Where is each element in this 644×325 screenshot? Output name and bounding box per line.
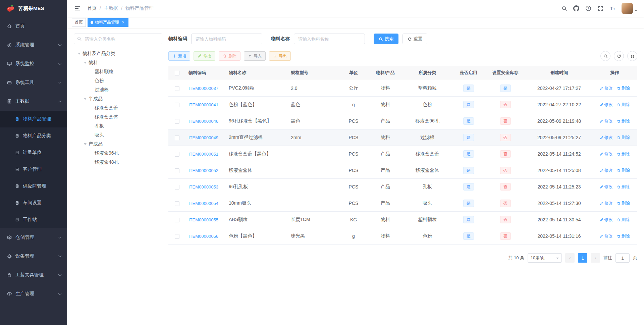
toggle-search-icon[interactable]: [600, 51, 610, 61]
tree-node[interactable]: 物料: [74, 58, 162, 67]
sidebar-item-equipment[interactable]: 设备管理: [0, 247, 67, 266]
breadcrumb-item[interactable]: 首页: [87, 5, 97, 11]
tree-caret-icon[interactable]: [82, 59, 89, 66]
tree-node[interactable]: 移液盒48孔: [74, 158, 162, 167]
row-checkbox[interactable]: [175, 136, 179, 140]
tab-home[interactable]: 首页: [72, 18, 86, 27]
delete-row-button[interactable]: 删除: [617, 201, 630, 206]
goto-page-input[interactable]: [615, 253, 630, 263]
edit-row-button[interactable]: 修改: [600, 151, 613, 157]
sidebar-item-system-tools[interactable]: 系统工具: [0, 73, 67, 92]
row-checkbox[interactable]: [175, 185, 179, 189]
tree-caret-icon[interactable]: [88, 87, 95, 93]
sidebar-item-fixtures[interactable]: 工装夹具管理: [0, 266, 67, 284]
table-row[interactable]: ITEM00000046 96孔移液盒【黑色】 黑色 PCS 产品 移液盒96孔…: [168, 113, 637, 129]
edit-row-button[interactable]: 修改: [600, 217, 613, 223]
import-button[interactable]: 导入: [244, 51, 266, 61]
export-button[interactable]: 导出: [269, 51, 291, 61]
avatar[interactable]: [622, 3, 633, 14]
table-row[interactable]: ITEM00000037 PVC2.0颗粒 2.0 公斤 物料 塑料颗粒 是 是…: [168, 80, 637, 97]
material-code-link[interactable]: ITEM00000053: [189, 184, 218, 189]
row-checkbox[interactable]: [175, 168, 179, 173]
edit-row-button[interactable]: 修改: [600, 233, 613, 239]
delete-row-button[interactable]: 删除: [617, 102, 630, 108]
tree-caret-icon[interactable]: [88, 123, 95, 129]
header-search-icon[interactable]: [558, 1, 570, 15]
material-code-input[interactable]: [191, 34, 262, 44]
tree-node[interactable]: 移液盒盒盖: [74, 103, 162, 112]
tree-caret-icon[interactable]: [82, 141, 89, 148]
row-checkbox[interactable]: [175, 119, 179, 124]
delete-row-button[interactable]: 删除: [617, 118, 630, 124]
table-row[interactable]: ITEM00000056 色粉【黑色】 珠光黑 g 物料 色粉 是 否 2022…: [168, 228, 637, 245]
material-name-input[interactable]: [294, 34, 365, 44]
tab-material-product[interactable]: 物料产品管理 ×: [88, 18, 128, 27]
close-icon[interactable]: ×: [121, 20, 125, 25]
tree-node[interactable]: 移液盒盒体: [74, 112, 162, 121]
material-code-link[interactable]: ITEM00000051: [189, 152, 218, 157]
delete-row-button[interactable]: 删除: [617, 168, 630, 173]
tree-caret-icon[interactable]: [88, 132, 95, 139]
edit-row-button[interactable]: 修改: [600, 168, 613, 173]
row-checkbox[interactable]: [175, 218, 179, 222]
breadcrumb-item[interactable]: 主数据: [97, 5, 118, 11]
row-checkbox[interactable]: [175, 234, 179, 239]
hamburger-icon[interactable]: [72, 3, 83, 14]
edit-row-button[interactable]: 修改: [600, 135, 613, 141]
sidebar-subitem[interactable]: 计量单位: [0, 144, 67, 161]
tree-caret-icon[interactable]: [88, 68, 95, 75]
font-size-icon[interactable]: T T: [607, 1, 618, 15]
github-icon[interactable]: [571, 1, 582, 15]
delete-row-button[interactable]: 删除: [617, 217, 630, 223]
sidebar-subitem[interactable]: 工作站: [0, 211, 67, 228]
user-menu[interactable]: [622, 3, 639, 14]
delete-row-button[interactable]: 删除: [617, 151, 630, 157]
material-code-link[interactable]: ITEM00000054: [189, 201, 218, 206]
sidebar-subitem[interactable]: 客户管理: [0, 161, 67, 178]
fullscreen-icon[interactable]: [595, 1, 606, 15]
tree-caret-icon[interactable]: [88, 159, 95, 166]
row-checkbox[interactable]: [175, 86, 179, 91]
tree-caret-icon[interactable]: [82, 96, 89, 102]
material-code-link[interactable]: ITEM00000041: [189, 102, 218, 107]
delete-row-button[interactable]: 删除: [617, 233, 630, 239]
sidebar-item-home[interactable]: 首页: [0, 17, 67, 36]
tree-caret-icon[interactable]: [88, 114, 95, 120]
breadcrumb-item[interactable]: 物料产品管理: [118, 5, 154, 11]
tree-caret-icon[interactable]: [76, 50, 83, 57]
tree-node[interactable]: 移液盒96孔: [74, 149, 162, 158]
table-row[interactable]: ITEM00000052 移液盒盒体 PCS 产品 移液盒盒体 是 否 2022…: [168, 162, 637, 179]
select-all-checkbox[interactable]: [175, 71, 179, 75]
sidebar-item-production[interactable]: 生产管理: [0, 284, 67, 303]
table-row[interactable]: ITEM00000055 ABS颗粒 长度1CM KG 物料 塑料颗粒 是 否 …: [168, 212, 637, 228]
tree-node[interactable]: 塑料颗粒: [74, 67, 162, 76]
table-row[interactable]: ITEM00000049 2mm直径过滤棉 2mm PCS 物料 过滤棉 是 否…: [168, 129, 637, 146]
material-code-link[interactable]: ITEM00000052: [189, 168, 218, 173]
app-logo[interactable]: 苦糖果MES: [0, 0, 67, 17]
tree-node[interactable]: 过滤棉: [74, 85, 162, 94]
tree-node[interactable]: 色粉: [74, 76, 162, 85]
tree-node[interactable]: 半成品: [74, 94, 162, 103]
tree-node[interactable]: 吸头: [74, 130, 162, 140]
material-code-link[interactable]: ITEM00000046: [189, 119, 218, 124]
row-checkbox[interactable]: [175, 152, 179, 157]
refresh-icon[interactable]: [614, 51, 624, 61]
column-settings-grid-icon[interactable]: [627, 51, 637, 61]
material-code-link[interactable]: ITEM00000037: [189, 86, 218, 91]
sidebar-item-warehouse[interactable]: 仓储管理: [0, 228, 67, 247]
prev-page-button[interactable]: ‹: [565, 253, 575, 263]
material-code-link[interactable]: ITEM00000049: [189, 135, 218, 140]
delete-row-button[interactable]: 删除: [617, 135, 630, 141]
edit-row-button[interactable]: 修改: [600, 86, 613, 91]
page-1-button[interactable]: 1: [578, 253, 587, 263]
material-code-link[interactable]: ITEM00000056: [189, 234, 218, 239]
table-row[interactable]: ITEM00000054 10mm吸头 PCS 产品 吸头 是 否 2022-0…: [168, 195, 637, 212]
edit-row-button[interactable]: 修改: [600, 201, 613, 206]
question-icon[interactable]: ?: [583, 1, 594, 15]
edit-row-button[interactable]: 修改: [600, 118, 613, 124]
next-page-button[interactable]: ›: [591, 253, 600, 263]
edit-row-button[interactable]: 修改: [600, 102, 613, 108]
sidebar-item-master-data[interactable]: 主数据: [0, 92, 67, 111]
reset-button[interactable]: 重置: [402, 34, 427, 44]
sidebar-subitem[interactable]: 物料产品管理: [0, 111, 67, 127]
